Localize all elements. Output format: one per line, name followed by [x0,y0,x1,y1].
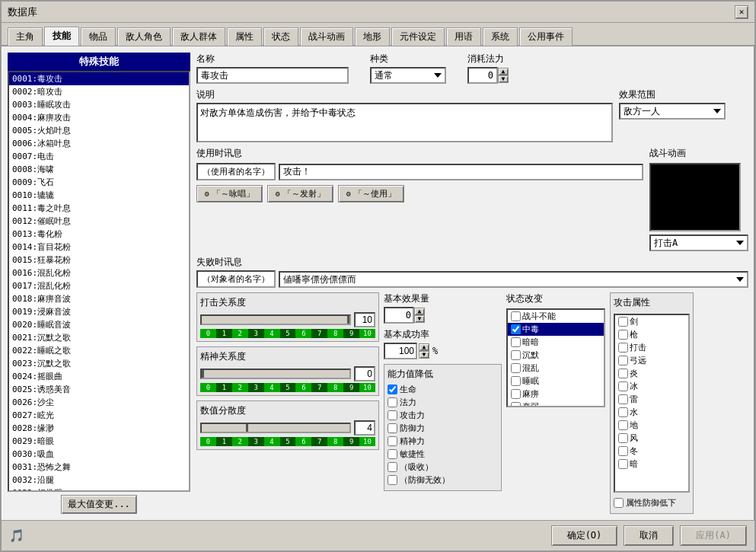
attr-check-water[interactable] [618,407,628,417]
skill-item[interactable]: 0032:沿腿 [9,474,189,487]
status-check-6[interactable] [511,389,521,399]
apply-button[interactable]: 应用(A) [680,525,747,546]
skill-item[interactable]: 0024:摇眼曲 [9,370,189,383]
status-check-5[interactable] [511,376,521,386]
hit-rate-track[interactable] [200,314,351,325]
spirit-rate-value[interactable] [354,366,375,381]
skill-item[interactable]: 0022:睡眠之歌 [9,344,189,357]
scatter-track[interactable] [200,423,351,433]
tab-system[interactable]: 系统 [483,27,518,46]
skill-item[interactable]: 0004:麻痹攻击 [9,111,189,124]
fire-button[interactable]: ⚙ 「～发射」 [267,185,333,203]
basic-success-input[interactable] [384,343,417,359]
skill-item[interactable]: 0007:电击 [9,150,189,163]
tab-element-setting[interactable]: 元件设定 [391,27,445,46]
skill-item[interactable]: 0005:火焰叶息 [9,124,189,137]
basic-effect-up[interactable]: ▲ [414,308,425,315]
attr-check-thunder[interactable] [618,394,628,404]
scatter-value[interactable] [354,420,375,436]
skill-item[interactable]: 0027:眩光 [9,409,189,422]
attr-check-earth[interactable] [618,420,628,430]
spirit-rate-track[interactable] [200,369,351,379]
check-def-null[interactable] [388,475,397,485]
basic-effect-down[interactable]: ▼ [414,315,425,323]
status-check-1[interactable] [511,324,521,334]
skill-item[interactable]: 0002:暗攻击 [9,85,189,98]
skill-item[interactable]: 0031:恐怖之舞 [9,461,189,474]
skill-item[interactable]: 0013:毒化粉 [9,228,189,241]
mp-up-btn[interactable]: ▲ [498,68,509,75]
tab-main-char[interactable]: 主角 [8,27,43,46]
attr-check-hit[interactable] [618,343,628,353]
tab-status[interactable]: 状态 [263,27,298,46]
status-check-7[interactable] [511,402,521,407]
basic-success-up[interactable]: ▲ [419,343,429,351]
use-button[interactable]: ⚙ 「～使用」 [338,185,404,203]
skill-item[interactable]: 0016:混乱化粉 [9,266,189,279]
skill-item[interactable]: 0021:沉默之歌 [9,331,189,344]
attr-check-fire[interactable] [618,369,628,378]
tab-battle-anim[interactable]: 战斗动画 [300,27,353,46]
skill-list[interactable]: 0001:毒攻击0002:暗攻击0003:睡眠攻击0004:麻痹攻击0005:火… [8,71,190,492]
skill-item[interactable]: 0014:盲目花粉 [9,241,189,254]
mp-input[interactable] [467,67,498,84]
type-select[interactable]: 通常 魔法 特殊 [370,67,446,84]
status-check-4[interactable] [511,363,521,373]
desc-textarea[interactable]: 对敌方单体造成伤害，并给予中毒状态 [196,103,613,142]
max-val-button[interactable]: 最大值变更... [61,495,137,514]
status-check-3[interactable] [511,350,521,360]
skill-item[interactable]: 0019:浸麻音波 [9,305,189,318]
basic-success-down[interactable]: ▼ [419,351,429,359]
skill-item[interactable]: 0009:飞石 [9,176,189,189]
attr-check-ice[interactable] [618,381,628,391]
attr-check-bow[interactable] [618,356,628,365]
check-atk[interactable] [388,410,397,420]
tab-skills[interactable]: 技能 [44,27,79,46]
cancel-button[interactable]: 取消 [624,525,674,546]
basic-effect-input[interactable] [384,307,414,324]
check-spi[interactable] [388,436,397,446]
status-check-2[interactable] [511,337,521,347]
tab-attributes[interactable]: 属性 [227,27,262,46]
skill-item[interactable]: 0029:暗眼 [9,435,189,448]
check-mp[interactable] [388,397,397,407]
tab-items[interactable]: 物品 [81,27,116,46]
skill-item[interactable]: 0018:麻痹音波 [9,292,189,305]
fail-msg-select[interactable]: 値噃寧僄傍僄僄而 [279,271,748,288]
anim-select[interactable]: 打击A 打击B 魔法 特殊 [649,235,748,251]
check-agi[interactable] [388,449,397,459]
confirm-button[interactable]: 确定(O) [551,525,618,546]
tab-enemy-group[interactable]: 敌人群体 [172,27,225,46]
effect-range-select[interactable]: 敌方一人 敌方全体 我方一人 我方全体 [619,103,726,120]
attr-check-winter[interactable] [618,446,628,456]
skill-item[interactable]: 0006:冰箱叶息 [9,137,189,150]
check-life[interactable] [388,384,397,394]
name-input[interactable] [196,67,349,84]
status-check-0[interactable] [511,311,521,321]
skill-item[interactable]: 0033:扫堂腿 [9,487,189,492]
mp-down-btn[interactable]: ▼ [498,75,509,83]
skill-item[interactable]: 0030:吸血 [9,448,189,461]
check-absorb[interactable] [388,462,397,472]
skill-item[interactable]: 0025:诱惑美音 [9,383,189,396]
skill-item[interactable]: 0008:海啸 [9,163,189,176]
attr-check-wind[interactable] [618,433,628,443]
status-list[interactable]: 战斗不能 中毒 暗暗 沉默 混乱 睡眠 麻痹 衰弱 失衡 惊吓 [506,308,605,407]
skill-item[interactable]: 0015:狂暴花粉 [9,254,189,266]
use-msg-input[interactable] [279,164,643,180]
skill-item[interactable]: 0026:沙尘 [9,396,189,409]
skill-item[interactable]: 0012:催眠叶息 [9,215,189,228]
chant-button[interactable]: ⚙ 「～咏唱」 [196,185,263,203]
skill-item[interactable]: 0020:睡眠音波 [9,318,189,331]
attr-defense-down-check[interactable] [614,498,624,508]
attr-list[interactable]: 剑 枪 打击 弓远 炎 冰 雷 水 地 风 冬 暗 [614,314,690,493]
tab-enemy-char[interactable]: 敌人角色 [117,27,171,46]
attr-check-spear[interactable] [618,330,628,340]
skill-item[interactable]: 0001:毒攻击 [9,72,189,85]
hit-rate-value[interactable] [354,312,375,327]
tab-terrain[interactable]: 地形 [355,27,390,46]
skill-item[interactable]: 0017:混乱化粉 [9,279,189,292]
attr-check-dark[interactable] [618,459,628,469]
skill-item[interactable]: 0028:缘渺 [9,422,189,435]
check-def[interactable] [388,423,397,433]
